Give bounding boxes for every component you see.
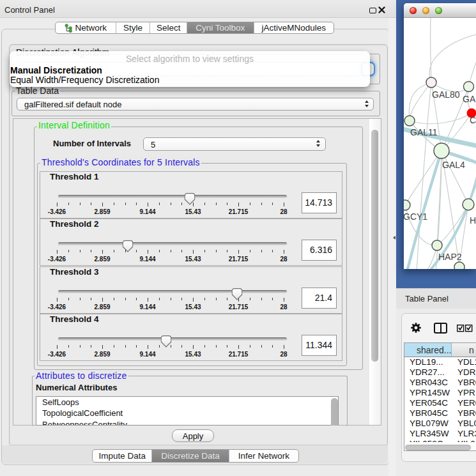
svg-text:CR: CR <box>470 115 476 125</box>
svg-text:GAL4: GAL4 <box>442 160 465 170</box>
svg-text:GAL80: GAL80 <box>432 89 460 100</box>
svg-text:GA: GA <box>463 94 476 104</box>
svg-text:HAP2: HAP2 <box>438 252 462 262</box>
svg-text:GCY1: GCY1 <box>404 211 427 222</box>
svg-text:GAL11: GAL11 <box>410 127 438 137</box>
svg-text:HA: HA <box>470 215 476 226</box>
